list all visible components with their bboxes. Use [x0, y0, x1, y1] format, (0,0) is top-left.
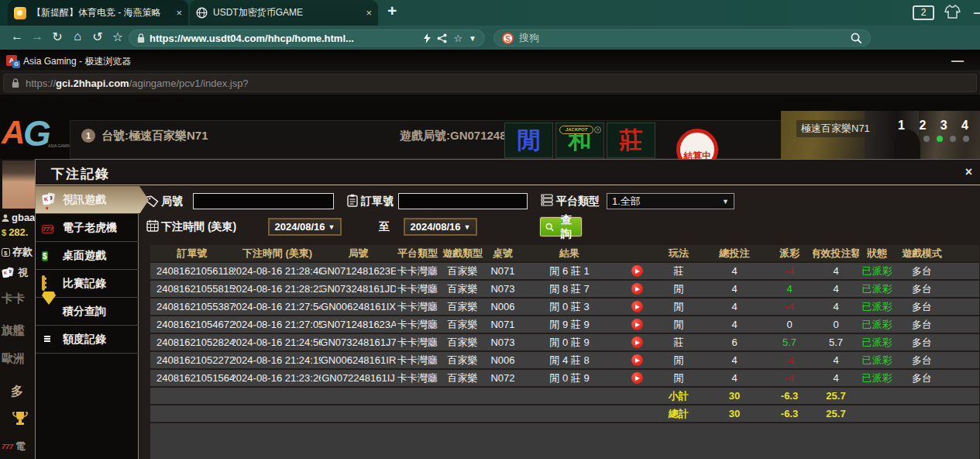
platform-selected-value: 1.全部 — [612, 195, 641, 209]
tab2-favicon-globe-icon — [196, 7, 208, 19]
search-bar[interactable]: S 搜狗 — [493, 29, 871, 47]
replay-play-button[interactable] — [631, 265, 643, 277]
subtotal-row: 小計 30 -6.3 25.7 — [150, 388, 979, 404]
new-tab-button[interactable]: + — [387, 2, 397, 20]
tag-icon — [146, 195, 159, 207]
cell-status: 已派彩 — [859, 299, 895, 315]
share-icon[interactable] — [437, 33, 447, 43]
cell-platform: 卡卡灣廳 — [396, 316, 439, 333]
col-header: 有效投注額 — [813, 245, 859, 261]
tab-usdt-game[interactable]: USDT加密货币GAME × — [190, 0, 378, 26]
tab2-close-icon[interactable]: × — [366, 7, 372, 19]
bet-zone-tie[interactable]: JACKPOT ? 和 — [555, 123, 604, 158]
sidebar-item-video-games[interactable]: 9K♥ 視訊遊戲 — [36, 186, 149, 214]
cell-replay — [619, 334, 655, 350]
order-filter-label: 訂單號 — [361, 195, 394, 209]
cell-payout: -4 — [766, 370, 813, 386]
sidebar-item-credit-records[interactable]: 額度記錄 — [36, 326, 139, 354]
home-icon[interactable]: ⌂ — [70, 29, 85, 43]
table-body: 240816210561189 2024-08-16 21:28:46 GN07… — [150, 263, 979, 386]
hall-multi-label[interactable]: 多 — [11, 384, 23, 400]
date-to-button[interactable]: 2024/08/16 ▼ — [404, 218, 477, 236]
document-icon — [42, 333, 57, 346]
theme-shirt-icon[interactable] — [944, 5, 961, 19]
sidebar-item-table-games[interactable]: $ 桌面遊戲 — [36, 242, 139, 270]
cell-total-bet: 6 — [703, 334, 766, 350]
cell-round-number: GN073248161J7 — [321, 334, 396, 350]
address-bar[interactable]: https://www.usdt04.com/hhcp/home.html...… — [129, 29, 485, 47]
col-header: 局號 — [321, 245, 396, 261]
order-number-input[interactable] — [398, 193, 528, 209]
hall-flagship-label[interactable]: 旗艦 — [2, 323, 25, 338]
sidebar-item-label: 比賽記錄 — [63, 277, 106, 291]
search-magnifier-icon[interactable] — [851, 33, 862, 44]
total-valid-bet: 25.7 — [813, 406, 859, 422]
bet-zone-player[interactable]: 閒 — [504, 123, 553, 158]
window-minimize-sliver[interactable]: — — [974, 6, 980, 20]
tab-sports-site[interactable]: 【新提醒】体育电竞 - 海燕策略 × — [8, 0, 188, 26]
bet-zone-banker[interactable]: 莊 — [607, 123, 655, 158]
cell-result: 閒 0 莊 3 — [520, 299, 619, 315]
replay-play-button[interactable] — [631, 336, 643, 348]
hall-europe-label[interactable]: 歐洲 — [2, 351, 25, 366]
cell-table-number: N071 — [486, 263, 520, 279]
history-icon[interactable]: ↺ — [90, 29, 105, 44]
favorite-star-icon[interactable]: ☆ — [453, 33, 462, 44]
replay-play-button[interactable] — [631, 372, 643, 384]
reload-icon[interactable]: ↻ — [50, 29, 65, 44]
tab1-close-icon[interactable]: × — [176, 7, 182, 19]
sidebar-item-label: 積分查詢 — [63, 305, 106, 319]
platform-type-select[interactable]: 1.全部 ▼ — [607, 193, 734, 209]
live-video-thumbnail[interactable]: 極速百家樂N71 1 2 3 4 — [781, 111, 980, 159]
col-header: 玩法 — [655, 245, 703, 261]
replay-play-button[interactable] — [631, 319, 643, 330]
chevron-down-icon[interactable]: ▼ — [469, 34, 476, 43]
jackpot-badge: JACKPOT — [559, 126, 593, 134]
ag-address-field[interactable]: https://gci.2hhapi.com/agingame/pcv1/ind… — [3, 74, 977, 92]
table-switcher-numbers[interactable]: 1 2 3 4 — [898, 119, 974, 133]
bookmark-star-icon[interactable]: ☆ — [110, 29, 126, 44]
cell-platform: 卡卡灣廳 — [396, 352, 439, 368]
replay-play-button[interactable] — [631, 301, 643, 312]
cell-round-number: GN0712481623E — [321, 263, 396, 279]
table-row: 240816210561189 2024-08-16 21:28:46 GN07… — [150, 263, 979, 279]
modal-close-icon[interactable]: × — [965, 165, 972, 179]
replay-play-button[interactable] — [631, 283, 643, 295]
playing-cards-icon: 9K♥ — [42, 193, 57, 206]
cell-platform: 卡卡灣廳 — [396, 334, 439, 350]
sidebar-item-slots[interactable]: 777 電子老虎機 — [36, 214, 139, 242]
replay-play-button[interactable] — [631, 354, 643, 366]
cell-valid-bet: 0 — [813, 316, 859, 333]
cell-game-mode: 多台 — [895, 263, 949, 279]
slots-rail-item[interactable]: 777 電 — [2, 440, 26, 454]
cell-replay — [619, 370, 655, 386]
total-payout: -6.3 — [766, 406, 813, 422]
bolt-icon[interactable] — [424, 33, 431, 43]
cell-bet-time: 2024-08-16 21:28:23 — [234, 281, 321, 297]
tab-title: USDT加密货币GAME — [213, 6, 359, 19]
jackpot-help-icon[interactable]: ? — [594, 126, 601, 133]
video-games-rail-item[interactable]: 9K 視 — [2, 266, 28, 280]
query-button-label: 查詢 — [556, 213, 576, 241]
table-row: 240816210558151 2024-08-16 21:28:23 GN07… — [150, 281, 979, 297]
cell-bet-time: 2024-08-16 21:24:19 — [234, 352, 321, 368]
table-row: 240816210553874 2024-08-16 21:27:54 GN00… — [150, 299, 979, 315]
tab-count-badge[interactable]: 2 — [913, 5, 934, 20]
back-icon[interactable]: ← — [9, 29, 25, 43]
ag-minimize-button[interactable]: — — [951, 54, 964, 68]
play-icon — [635, 287, 640, 292]
avatar[interactable] — [2, 160, 35, 209]
sogou-icon: S — [502, 33, 514, 44]
date-from-button[interactable]: 2024/08/16 ▼ — [268, 218, 342, 236]
sidebar-item-points-query[interactable]: 積分查詢 — [36, 298, 139, 326]
platform-filter-label: 平台類型 — [556, 195, 600, 209]
deposit-button[interactable]: $ 存款 — [2, 245, 33, 259]
forward-icon[interactable]: → — [29, 29, 45, 43]
query-button[interactable]: 查詢 — [540, 217, 582, 236]
round-number-input[interactable] — [193, 193, 334, 209]
hall-kaka-label[interactable]: 卡卡 — [2, 292, 25, 306]
modal-content: 局號 訂單號 平台類型 1.全部 ▼ 下注時間 (美東) 2024/08/16 — [139, 185, 980, 459]
col-header: 遊戲模式 — [895, 245, 949, 261]
cell-platform: 卡卡灣廳 — [396, 370, 439, 386]
trophy-icon[interactable] — [12, 411, 28, 426]
